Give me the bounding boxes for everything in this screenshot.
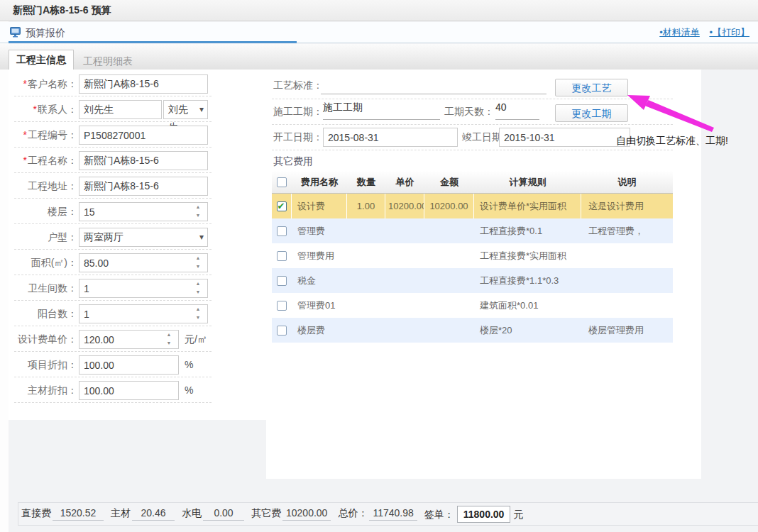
end-date-input[interactable] bbox=[499, 128, 630, 147]
required-asterisk: * bbox=[33, 104, 37, 115]
row-checkbox[interactable] bbox=[277, 301, 287, 311]
change-craft-button[interactable]: 更改工艺 bbox=[555, 79, 628, 96]
checkbox-cell bbox=[272, 226, 292, 236]
sign-amount-label: 签单： bbox=[424, 509, 454, 521]
material-discount-unit: % bbox=[185, 377, 193, 403]
area-label: 面积(㎡)： bbox=[14, 250, 77, 275]
fee-amount: 10200.00 bbox=[424, 194, 474, 218]
other-fees-table: 费用名称 数量 单价 金额 计算规则 说明 设计费 1.00 10200.00 … bbox=[272, 172, 673, 343]
balconies-spinner[interactable] bbox=[194, 306, 202, 321]
material-discount-label: 主材折扣： bbox=[14, 377, 77, 403]
fee-row-management-fee[interactable]: 管理费用 工程直接费*实用面积 bbox=[272, 243, 673, 268]
fee-row-management[interactable]: 管理费 工程直接费*0.1 工程管理费， bbox=[272, 218, 673, 243]
required-asterisk: * bbox=[23, 155, 27, 166]
required-asterisk: * bbox=[23, 129, 27, 140]
direct-fee-label: 直接费 bbox=[21, 507, 51, 520]
design-fee-label: 设计费单价： bbox=[14, 326, 77, 352]
design-fee-spinner[interactable] bbox=[165, 332, 173, 346]
section-header: 预算报价 •材料清单 •【打印】 bbox=[0, 22, 758, 43]
project-no-input[interactable] bbox=[79, 126, 208, 145]
field-row-project-name: *工程名称： bbox=[14, 148, 212, 173]
fee-rule: 工程直接费*1.1*0.3 bbox=[474, 275, 581, 287]
direct-fee-item: 直接费 1520.52 bbox=[21, 507, 104, 521]
field-row-floor: 楼层： bbox=[14, 199, 212, 224]
field-row-project-no: *工程编号： bbox=[14, 122, 212, 148]
floor-spinner[interactable] bbox=[194, 204, 202, 218]
section-title: 预算报价 bbox=[26, 22, 65, 43]
fee-name: 设计费 bbox=[292, 194, 347, 218]
water-electric-label: 水电 bbox=[182, 507, 202, 520]
fee-name: 管理费01 bbox=[292, 299, 347, 312]
annotation-text: 自由切换工艺标准、工期! bbox=[616, 135, 728, 148]
fee-rule: 设计费单价*实用面积 bbox=[474, 194, 581, 218]
fee-note: 这是设计费用 bbox=[581, 194, 673, 218]
material-discount-input[interactable] bbox=[79, 381, 179, 400]
address-input[interactable] bbox=[79, 177, 208, 196]
material-list-link[interactable]: •材料清单 bbox=[659, 27, 700, 38]
days-value[interactable]: 40 bbox=[495, 101, 539, 120]
floor-input[interactable] bbox=[79, 202, 208, 221]
row-checkbox[interactable] bbox=[277, 276, 287, 286]
select-all-checkbox[interactable] bbox=[277, 177, 287, 187]
budget-page: 新熙门A栋8-15-6 预算 预算报价 •材料清单 •【打印】 工程主信息 工程… bbox=[0, 0, 758, 532]
fee-name: 税金 bbox=[292, 275, 347, 287]
start-date-input[interactable] bbox=[323, 128, 458, 147]
main-info-form: *客户名称： *联系人： 刘先生 *工程编号： *工程名称： 工程地址： 楼层：… bbox=[14, 71, 212, 403]
balconies-input[interactable] bbox=[79, 304, 208, 323]
fee-name: 管理费 bbox=[292, 225, 347, 238]
totals-bar: 直接费 1520.52 主材 20.46 水电 0.00 其它费 10200.0… bbox=[18, 502, 758, 526]
project-discount-unit: % bbox=[185, 352, 193, 377]
period-label: 施工工期： bbox=[273, 106, 323, 118]
other-fee-label: 其它费 bbox=[251, 507, 281, 520]
fee-rule: 工程直接费*实用面积 bbox=[474, 250, 581, 262]
main-material-label: 主材 bbox=[111, 507, 131, 520]
period-value[interactable]: 施工工期 bbox=[323, 101, 440, 120]
customer-name-input[interactable] bbox=[79, 74, 208, 94]
project-name-input[interactable] bbox=[79, 151, 208, 170]
tab-detail-sheet[interactable]: 工程明细表 bbox=[75, 52, 141, 70]
fee-rule: 楼层*20 bbox=[474, 324, 581, 337]
print-link[interactable]: •【打印】 bbox=[709, 27, 749, 38]
fee-row-floor-fee[interactable]: 楼层费 楼层*20 楼层管理费用 bbox=[272, 318, 673, 343]
floor-label: 楼层： bbox=[14, 199, 77, 224]
bathrooms-label: 卫生间数： bbox=[14, 275, 77, 301]
area-input[interactable] bbox=[79, 253, 208, 272]
change-period-button[interactable]: 更改工期 bbox=[555, 104, 628, 122]
other-fee-value: 10200.00 bbox=[282, 507, 331, 521]
tab-main-info[interactable]: 工程主信息 bbox=[9, 50, 74, 70]
project-discount-input[interactable] bbox=[79, 355, 179, 375]
contact-select[interactable]: 刘先生 bbox=[163, 100, 208, 119]
project-no-label: *工程编号： bbox=[14, 122, 77, 148]
days-label: 工期天数： bbox=[444, 106, 494, 118]
sign-amount-input[interactable]: 11800.00 bbox=[457, 506, 511, 523]
other-fees-title: 其它费用 bbox=[272, 150, 673, 172]
layout-select[interactable]: 两室两厅 bbox=[79, 228, 208, 247]
left-margin bbox=[0, 0, 9, 532]
checkbox-cell bbox=[272, 194, 292, 218]
water-electric-value: 0.00 bbox=[203, 507, 244, 521]
field-row-material-discount: 主材折扣： % bbox=[14, 377, 212, 403]
fee-row-management-01[interactable]: 管理费01 建筑面积*0.01 bbox=[272, 293, 673, 318]
dates-row: 开工日期： 竣工日期： bbox=[272, 125, 673, 150]
fee-price: 10200.00 bbox=[385, 194, 424, 218]
fee-row-design[interactable]: 设计费 1.00 10200.00 10200.00 设计费单价*实用面积 这是… bbox=[272, 194, 673, 218]
bathrooms-input[interactable] bbox=[79, 279, 208, 298]
required-asterisk: * bbox=[23, 78, 27, 89]
fee-name: 管理费用 bbox=[292, 250, 347, 262]
row-checkbox[interactable] bbox=[277, 251, 287, 261]
row-checkbox[interactable] bbox=[277, 326, 287, 336]
fee-row-tax[interactable]: 税金 工程直接费*1.1*0.3 bbox=[272, 268, 673, 293]
area-spinner[interactable] bbox=[194, 255, 202, 270]
main-material-item: 主材 20.46 bbox=[111, 507, 175, 521]
row-checkbox[interactable] bbox=[277, 201, 287, 211]
design-fee-input[interactable] bbox=[79, 330, 179, 349]
field-row-contact: *联系人： 刘先生 bbox=[14, 96, 212, 122]
customer-name-label: *客户名称： bbox=[14, 71, 77, 96]
field-row-balconies: 阳台数： bbox=[14, 301, 212, 326]
fees-table-header: 费用名称 数量 单价 金额 计算规则 说明 bbox=[272, 172, 673, 194]
field-row-design-fee: 设计费单价： 元/㎡ bbox=[14, 326, 212, 352]
row-checkbox[interactable] bbox=[277, 226, 287, 236]
craft-standard-field[interactable] bbox=[321, 71, 546, 94]
bathrooms-spinner[interactable] bbox=[194, 281, 202, 295]
contact-input[interactable] bbox=[79, 100, 162, 119]
